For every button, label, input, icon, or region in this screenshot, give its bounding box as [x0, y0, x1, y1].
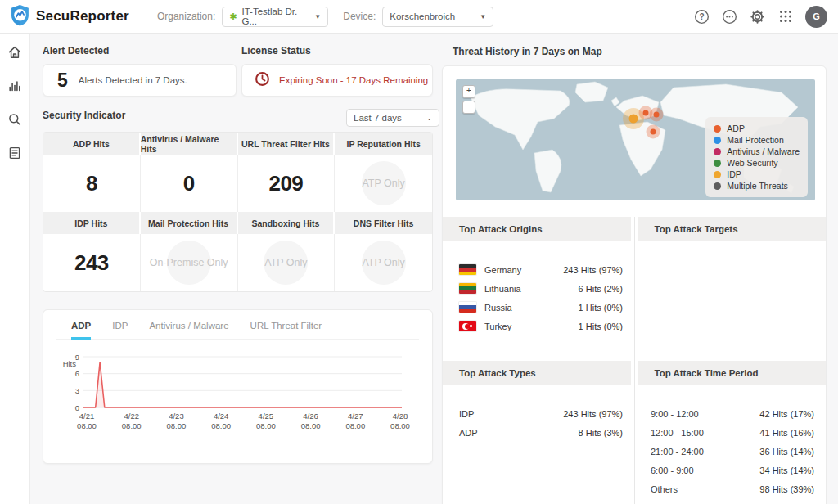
device-select[interactable]: Korschenbroich ▼	[382, 7, 493, 27]
top-attack-types-list: IDP243 Hits (97%)ADP8 Hits (3%)	[443, 385, 634, 504]
time-period-row-label: Others	[651, 484, 678, 494]
star-dot	[470, 325, 472, 327]
svg-text:08:00: 08:00	[345, 421, 365, 430]
tab-idp[interactable]: IDP	[112, 321, 128, 340]
svg-text:08:00: 08:00	[211, 421, 231, 430]
indicator-value-ip-reputation-hits: ATP Only	[335, 155, 432, 212]
indicator-value-text: ATP Only	[362, 178, 404, 189]
top-attack-time-period-title: Top Attack Time Period	[638, 361, 827, 385]
time-period-row-value: 34 Hits (14%)	[759, 466, 814, 475]
attack-type-row-label: ADP	[459, 428, 478, 438]
svg-text:08:00: 08:00	[390, 421, 410, 430]
svg-text:08:00: 08:00	[167, 421, 187, 430]
device-label: Device:	[343, 11, 376, 22]
organization-icon: ✱	[229, 11, 237, 22]
origin-country: Lithuania	[484, 284, 521, 294]
chevron-down-icon: ⌄	[420, 115, 432, 122]
security-indicator-title: Security Indicator	[43, 110, 125, 121]
origin-country: Russia	[484, 303, 512, 313]
indicator-value-text: 8	[86, 171, 97, 196]
legend-label: IDP	[727, 169, 741, 179]
time-period-row-9-00-12-00: 9:00 - 12:0042 Hits (17%)	[651, 404, 814, 423]
legend-item-adp: ADP	[714, 123, 800, 134]
organization-label: Organization:	[157, 11, 215, 22]
legend-dot	[714, 148, 721, 155]
attack-type-row-value: 243 Hits (97%)	[563, 409, 623, 419]
svg-text:Hits: Hits	[63, 359, 77, 368]
flag-stripe	[459, 272, 476, 275]
tab-antivirus-malware[interactable]: Antivirus / Malware	[149, 321, 228, 340]
legend-label: Multiple Threats	[727, 181, 788, 191]
flag-turkey-icon	[459, 321, 476, 331]
map-zoom-in-button[interactable]: +	[462, 85, 475, 98]
search-icon[interactable]	[7, 111, 23, 128]
trend-tabs: ADPIDPAntivirus / MalwareURL Threat Filt…	[56, 321, 419, 340]
threat-trend-card: ADPIDPAntivirus / MalwareURL Threat Filt…	[43, 309, 433, 464]
flag-stripe	[459, 309, 476, 313]
help-icon[interactable]: ?	[694, 9, 710, 25]
indicator-header-url-threat-filter-hits: URL Threat Filter Hits	[238, 133, 336, 155]
map-section-title: Threat History in 7 Days on Map	[453, 46, 602, 57]
analysis-icon[interactable]	[7, 78, 23, 94]
flag-germany-icon	[459, 264, 476, 275]
legend-dot	[714, 137, 721, 144]
shield-logo-icon	[10, 4, 30, 29]
legend-label: Antivirus / Malware	[727, 146, 800, 156]
top-attack-targets-title: Top Attack Targets	[638, 217, 827, 241]
map-zoom-out-button[interactable]: −	[462, 101, 475, 114]
indicator-header-idp-hits: IDP Hits	[43, 212, 141, 234]
indicator-value-row-2: 243On-Premise OnlyATP OnlyATP Only	[43, 234, 432, 291]
home-icon[interactable]	[7, 44, 23, 61]
map-zoom-controls: + −	[462, 85, 475, 114]
top-attack-time-period-list: 9:00 - 12:0042 Hits (17%)12:00 - 15:0041…	[634, 385, 826, 504]
top-attack-types-title: Top Attack Types	[443, 361, 631, 385]
indicator-header-ip-reputation-hits: IP Reputation Hits	[335, 133, 432, 155]
time-period-row-label: 9:00 - 12:00	[651, 409, 699, 419]
time-period-row-value: 36 Hits (14%)	[759, 447, 814, 457]
organization-select[interactable]: ✱ IT-Testlab Dr. G... ▼	[222, 7, 328, 27]
tab-adp[interactable]: ADP	[71, 321, 91, 340]
user-avatar[interactable]: G	[805, 6, 827, 28]
time-period-row-label: 12:00 - 15:00	[651, 428, 704, 438]
marker-core	[653, 111, 659, 117]
time-period-row-label: 21:00 - 24:00	[651, 447, 704, 457]
indicator-value-text: On-Premise Only	[150, 257, 228, 268]
legend-label: Web Security	[727, 158, 777, 168]
indicator-value-antivirus-malware-hits: 0	[141, 155, 238, 212]
origin-row-germany: Germany243 Hits (97%)	[459, 260, 623, 279]
main-content: Alert Detected License Status Security I…	[30, 34, 838, 504]
indicator-header-row-2: IDP HitsMail Protection HitsSandboxing H…	[43, 212, 432, 234]
svg-text:4/26: 4/26	[303, 412, 318, 421]
attack-panels: Top Attack Origins Top Attack Targets Ge…	[443, 217, 826, 504]
world-map[interactable]: + − ADPMail ProtectionAntivirus / Malwar…	[456, 79, 815, 200]
tab-url-threat-filter[interactable]: URL Threat Filter	[250, 321, 322, 340]
license-section-title: License Status	[241, 45, 311, 56]
chevron-down-icon: ▼	[473, 13, 486, 20]
report-icon[interactable]	[7, 145, 23, 161]
settings-icon[interactable]	[750, 9, 765, 25]
origin-row-lithuania: Lithuania6 Hits (2%)	[459, 279, 623, 298]
svg-text:3: 3	[75, 386, 79, 395]
attack-type-row-label: IDP	[459, 409, 474, 419]
svg-text:4/27: 4/27	[348, 412, 363, 421]
indicator-value-dns-filter-hits: ATP Only	[335, 234, 432, 291]
attack-type-row-idp: IDP243 Hits (97%)	[459, 404, 623, 423]
marker-core	[651, 128, 656, 134]
more-icon[interactable]	[722, 9, 737, 25]
marker-core	[628, 114, 638, 123]
origin-value: 243 Hits (97%)	[563, 265, 623, 275]
svg-text:08:00: 08:00	[256, 421, 276, 430]
legend-dot	[714, 182, 721, 190]
legend-item-mail-protection: Mail Protection	[714, 134, 800, 146]
indicator-value-url-threat-filter-hits: 209	[238, 155, 336, 212]
svg-text:08:00: 08:00	[77, 421, 97, 430]
svg-text:4/22: 4/22	[124, 412, 139, 421]
svg-text:4/21: 4/21	[79, 412, 95, 421]
alert-section-title: Alert Detected	[43, 45, 109, 56]
time-range-select[interactable]: Last 7 days ⌄	[346, 109, 439, 127]
indicator-header-sandboxing-hits: Sandboxing Hits	[238, 212, 336, 234]
brand-name: SecuReporter	[36, 8, 129, 25]
indicator-value-text: ATP Only	[264, 257, 307, 268]
time-period-row-value: 41 Hits (16%)	[759, 428, 814, 438]
apps-icon[interactable]	[777, 9, 793, 25]
